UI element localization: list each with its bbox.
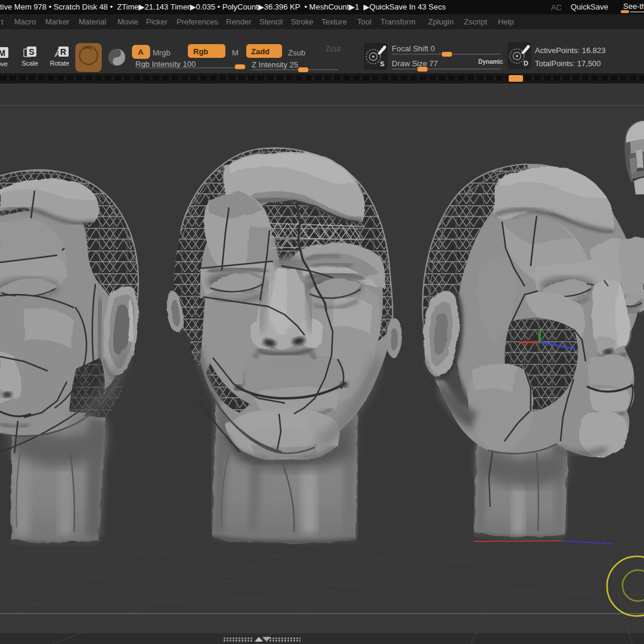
svg-text:Mrgb: Mrgb — [153, 48, 171, 57]
svg-text:TotalPoints: 17,500: TotalPoints: 17,500 — [535, 59, 601, 68]
svg-text:A: A — [138, 48, 144, 57]
svg-text:M: M — [0, 48, 5, 58]
svg-text:Zadd: Zadd — [251, 47, 270, 56]
svg-text:Z Intensity 25: Z Intensity 25 — [252, 60, 298, 69]
svg-text:ActivePoints: 16.823: ActivePoints: 16.823 — [535, 46, 606, 55]
svg-text:Draw Size 77: Draw Size 77 — [392, 59, 438, 68]
svg-text:D: D — [524, 60, 528, 67]
svg-text:Rotate: Rotate — [50, 60, 69, 67]
svg-text:Zsub: Zsub — [288, 48, 305, 57]
svg-text:Focal Shift 0: Focal Shift 0 — [392, 44, 435, 53]
svg-text:S: S — [29, 47, 34, 57]
svg-text:Dynamic: Dynamic — [478, 58, 503, 65]
svg-text:Scale: Scale — [21, 60, 38, 67]
svg-text:Rgb Intensity 100: Rgb Intensity 100 — [135, 60, 196, 69]
svg-text:S: S — [380, 60, 384, 67]
svg-text:M: M — [232, 48, 239, 57]
svg-text:ove: ove — [0, 60, 8, 67]
svg-text:R: R — [60, 47, 66, 57]
svg-text:Zcut: Zcut — [326, 44, 341, 53]
svg-text:Rgb: Rgb — [193, 47, 208, 56]
